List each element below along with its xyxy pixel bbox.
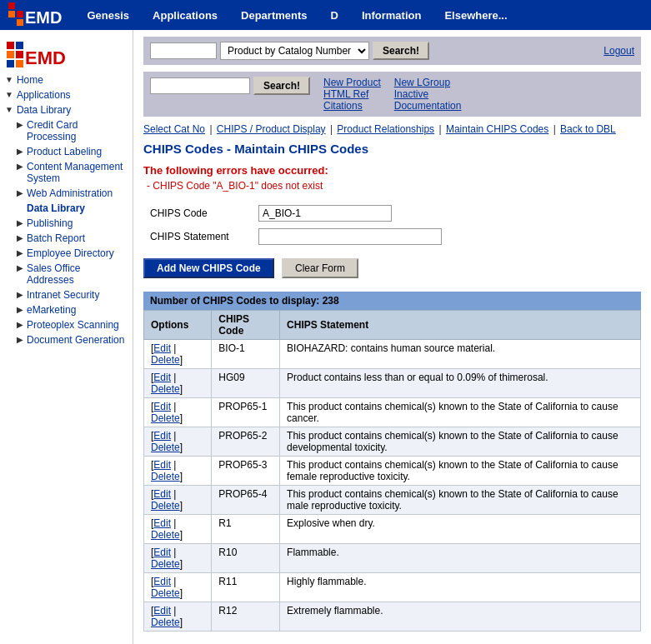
- sidebar-item-batch-report[interactable]: ▶ Batch Report: [0, 231, 133, 246]
- sidebar-item-employee-dir[interactable]: ▶ Employee Directory: [0, 246, 133, 261]
- sidebar-item-home[interactable]: ▼ Home: [0, 72, 133, 87]
- row-options: [Edit | Delete]: [144, 427, 212, 457]
- sidebar-item-doc-gen[interactable]: ▶ Document Generation: [0, 332, 133, 347]
- delete-link[interactable]: Delete: [151, 587, 180, 599]
- sidebar-label-web-admin: Web Administration: [27, 187, 113, 199]
- row-options: [Edit | Delete]: [144, 602, 212, 632]
- edit-link[interactable]: Edit: [153, 459, 171, 471]
- row-chips-statement: BIOHAZARD: contains human source materia…: [280, 340, 641, 369]
- edit-link[interactable]: Edit: [153, 576, 171, 587]
- search-top-button[interactable]: Search!: [373, 42, 429, 60]
- nav-d[interactable]: D: [319, 9, 350, 22]
- delete-link[interactable]: Delete: [151, 354, 180, 366]
- sidebar-arrow-publishing: ▶: [17, 218, 23, 227]
- row-chips-code: R11: [212, 573, 280, 602]
- search-secondary-input[interactable]: [150, 77, 250, 94]
- link-new-lgroup[interactable]: New LGroup: [394, 77, 462, 88]
- edit-link[interactable]: Edit: [153, 401, 171, 412]
- search-top-input[interactable]: [150, 42, 217, 59]
- row-chips-code: PROP65-2: [212, 427, 280, 457]
- delete-link[interactable]: Delete: [151, 412, 180, 424]
- delete-link[interactable]: Delete: [151, 617, 180, 628]
- table-row: [Edit | Delete]PROP65-2This product cont…: [144, 427, 641, 457]
- breadcrumb-back-dbl[interactable]: Back to DBL: [560, 123, 616, 135]
- edit-link[interactable]: Edit: [153, 547, 171, 558]
- link-new-product[interactable]: New Product: [323, 77, 381, 88]
- sidebar-arrow-data-library-sub: ▶: [17, 203, 23, 212]
- search-top-select[interactable]: Product by Catalog Number Product by Nam…: [220, 42, 369, 60]
- row-options: [Edit | Delete]: [144, 515, 212, 544]
- row-chips-statement: This product contains chemical(s) known …: [280, 457, 641, 486]
- nav-genesis[interactable]: Genesis: [75, 9, 141, 22]
- row-options: [Edit | Delete]: [144, 457, 212, 486]
- nav-information[interactable]: Information: [350, 9, 433, 22]
- delete-link[interactable]: Delete: [151, 558, 180, 570]
- link-html-ref[interactable]: HTML Ref: [323, 88, 381, 100]
- row-chips-code: R10: [212, 544, 280, 573]
- edit-link[interactable]: Edit: [153, 430, 171, 442]
- chips-code-input[interactable]: [258, 205, 392, 222]
- table-row: [Edit | Delete]BIO-1BIOHAZARD: contains …: [144, 340, 641, 369]
- sidebar-logo-text: EMD: [25, 49, 66, 67]
- row-chips-code: R1: [212, 515, 280, 544]
- edit-link[interactable]: Edit: [153, 342, 171, 354]
- nav-applications[interactable]: Applications: [141, 9, 229, 22]
- logout-link[interactable]: Logout: [603, 45, 634, 57]
- row-chips-statement: This product contains chemical(s) known …: [280, 427, 641, 457]
- main-content: Product by Catalog Number Product by Nam…: [133, 30, 651, 644]
- row-chips-code: PROP65-3: [212, 457, 280, 486]
- row-chips-code: PROP65-4: [212, 486, 280, 515]
- row-chips-statement: Highly flammable.: [280, 573, 641, 602]
- sidebar-item-applications[interactable]: ▼ Applications: [0, 87, 133, 102]
- nav-elsewhere[interactable]: Elsewhere...: [433, 9, 518, 22]
- sidebar-label-data-library-sub: Data Library: [27, 202, 85, 214]
- sidebar-item-sales-office[interactable]: ▶ Sales Office Addresses: [0, 261, 133, 287]
- delete-link[interactable]: Delete: [151, 442, 180, 453]
- delete-link[interactable]: Delete: [151, 471, 180, 482]
- breadcrumb-chips-display[interactable]: CHIPS / Product Display: [217, 123, 326, 135]
- delete-link[interactable]: Delete: [151, 529, 180, 541]
- table-row: [Edit | Delete]R1Explosive when dry.: [144, 515, 641, 544]
- sidebar-item-intranet-sec[interactable]: ▶ Intranet Security: [0, 287, 133, 302]
- form-buttons: Add New CHIPS Code Clear Form: [143, 258, 641, 278]
- table-row: [Edit | Delete]R12Extremely flammable.: [144, 602, 641, 632]
- link-documentation[interactable]: Documentation: [394, 100, 462, 112]
- breadcrumb-product-rel[interactable]: Product Relationships: [337, 123, 434, 135]
- nav-departments[interactable]: Departments: [229, 9, 318, 22]
- row-chips-statement: Flammable.: [280, 544, 641, 573]
- row-options: [Edit | Delete]: [144, 486, 212, 515]
- row-chips-code: BIO-1: [212, 340, 280, 369]
- edit-link[interactable]: Edit: [153, 372, 171, 383]
- edit-link[interactable]: Edit: [153, 517, 171, 529]
- sidebar-item-proteoplex[interactable]: ▶ Proteoplex Scanning: [0, 317, 133, 332]
- row-chips-code: R12: [212, 602, 280, 632]
- link-citations[interactable]: Citations: [323, 100, 381, 112]
- delete-link[interactable]: Delete: [151, 383, 180, 395]
- breadcrumb-maintain-chips[interactable]: Maintain CHIPS Codes: [446, 123, 548, 135]
- delete-link[interactable]: Delete: [151, 500, 180, 512]
- sidebar-item-data-library[interactable]: ▼ Data Library: [0, 102, 133, 117]
- sidebar-item-credit-card[interactable]: ▶ Credit Card Processing: [0, 117, 133, 144]
- sidebar-label-content-mgmt: Content Management System: [27, 161, 128, 184]
- sidebar-item-product-labeling[interactable]: ▶ Product Labeling: [0, 144, 133, 159]
- sidebar-arrow-batch-report: ▶: [17, 233, 23, 242]
- sidebar-item-content-mgmt[interactable]: ▶ Content Management System: [0, 159, 133, 186]
- row-chips-statement: Extremely flammable.: [280, 602, 641, 632]
- search-secondary-button[interactable]: Search!: [253, 77, 310, 95]
- edit-link[interactable]: Edit: [153, 488, 171, 500]
- chips-form: CHIPS Code CHIPS Statement: [143, 202, 448, 248]
- breadcrumb-select-cat[interactable]: Select Cat No: [143, 123, 205, 135]
- sidebar-item-publishing[interactable]: ▶ Publishing: [0, 216, 133, 231]
- edit-link[interactable]: Edit: [153, 605, 171, 617]
- add-chips-button[interactable]: Add New CHIPS Code: [143, 258, 274, 278]
- sidebar-arrow-intranet-sec: ▶: [17, 290, 23, 299]
- sidebar: EMD ▼ Home ▼ Applications ▼ Data Library…: [0, 30, 133, 644]
- chips-statement-input[interactable]: [258, 228, 442, 245]
- search-secondary-left: Search!: [150, 77, 310, 95]
- clear-form-button[interactable]: Clear Form: [282, 258, 358, 278]
- link-inactive[interactable]: Inactive: [394, 88, 462, 100]
- table-row: [Edit | Delete]PROP65-3This product cont…: [144, 457, 641, 486]
- sidebar-item-data-library-sub[interactable]: ▶ Data Library: [0, 201, 133, 216]
- sidebar-item-web-admin[interactable]: ▶ Web Administration: [0, 186, 133, 201]
- sidebar-item-emarketing[interactable]: ▶ eMarketing: [0, 302, 133, 317]
